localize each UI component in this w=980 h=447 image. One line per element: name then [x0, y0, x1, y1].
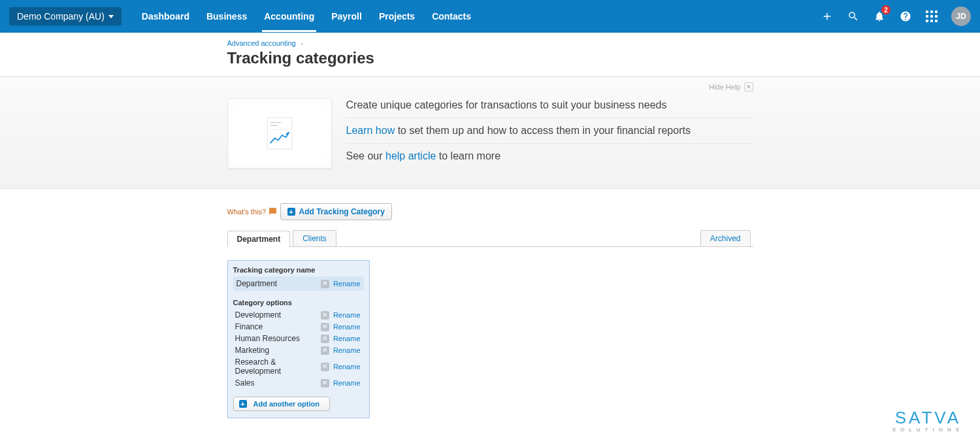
org-name: Demo Company (AU) [17, 11, 105, 22]
options-label: Category options [233, 299, 364, 306]
nav-payroll[interactable]: Payroll [323, 1, 370, 32]
notifications-icon[interactable]: 2 [873, 10, 886, 23]
help-icon[interactable] [899, 10, 912, 23]
notification-badge: 2 [881, 5, 890, 14]
delete-icon[interactable]: ✕ [321, 363, 329, 371]
help-line-3: See our help article to learn more [346, 144, 753, 162]
nav-dashboard[interactable]: Dashboard [133, 1, 198, 32]
delete-icon[interactable]: ✕ [321, 311, 329, 320]
rename-category-link[interactable]: Rename [333, 280, 361, 288]
option-name: Research & Development [235, 357, 321, 376]
delete-icon[interactable]: ✕ [321, 346, 329, 355]
option-row: Human Resources✕Rename [233, 333, 364, 344]
rename-option-link[interactable]: Rename [333, 346, 361, 354]
close-icon: ✕ [744, 82, 753, 91]
page-title: Tracking categories [227, 49, 753, 67]
nav-business[interactable]: Business [198, 1, 255, 32]
option-name: Development [235, 310, 321, 320]
title-section: Advanced accounting › Tracking categorie… [0, 33, 980, 77]
chevron-down-icon [108, 15, 114, 18]
tabs: Department Clients Archived [227, 230, 753, 247]
help-line-1: Create unique categories for transaction… [346, 99, 753, 118]
breadcrumb-link[interactable]: Advanced accounting [227, 39, 296, 47]
rename-option-link[interactable]: Rename [333, 379, 361, 387]
avatar[interactable]: JD [951, 7, 971, 26]
option-row: Finance✕Rename [233, 321, 364, 333]
nav-accounting[interactable]: Accounting [255, 1, 323, 32]
rename-option-link[interactable]: Rename [333, 363, 361, 371]
delete-icon[interactable]: ✕ [321, 280, 329, 288]
option-row: Sales✕Rename [233, 377, 364, 389]
delete-icon[interactable]: ✕ [321, 323, 329, 331]
nav-contacts[interactable]: Contacts [423, 1, 480, 32]
watermark: SATVA SOLUTIONS [892, 408, 964, 433]
whats-this-link[interactable]: What's this? [227, 207, 278, 216]
option-name: Finance [235, 322, 321, 331]
breadcrumb: Advanced accounting › [227, 39, 753, 47]
chevron-right-icon: › [301, 40, 303, 47]
add-option-button[interactable]: + Add another option [233, 397, 330, 411]
rename-option-link[interactable]: Rename [333, 323, 361, 331]
option-name: Marketing [235, 346, 321, 355]
learn-how-link[interactable]: Learn how [346, 125, 395, 136]
main-nav: Dashboard Business Accounting Payroll Pr… [133, 1, 480, 32]
option-row: Research & Development✕Rename [233, 356, 364, 377]
option-name: Human Resources [235, 334, 321, 343]
rename-option-link[interactable]: Rename [333, 335, 361, 342]
nav-projects[interactable]: Projects [370, 1, 423, 32]
help-line-2: Learn how to set them up and how to acce… [346, 118, 753, 144]
category-name: Department [237, 279, 321, 288]
add-tracking-category-button[interactable]: + Add Tracking Category [280, 203, 392, 220]
option-row: Marketing✕Rename [233, 344, 364, 356]
option-name: Sales [235, 378, 321, 388]
delete-icon[interactable]: ✕ [321, 335, 329, 343]
apps-icon[interactable] [925, 10, 938, 23]
plus-icon: + [239, 400, 247, 408]
category-panel: Tracking category name Department ✕ Rena… [227, 260, 370, 418]
plus-icon: + [287, 208, 295, 216]
search-icon[interactable] [847, 10, 860, 23]
help-illustration [227, 98, 332, 169]
hide-help-label: Hide Help [709, 83, 740, 91]
main-content: What's this? + Add Tracking Category Dep… [0, 189, 980, 444]
hide-help-button[interactable]: Hide Help ✕ [709, 82, 753, 91]
category-name-row: Department ✕ Rename [233, 276, 364, 291]
rename-option-link[interactable]: Rename [333, 311, 361, 319]
option-row: Development✕Rename [233, 309, 364, 321]
add-icon[interactable] [821, 10, 834, 23]
tab-archived[interactable]: Archived [700, 230, 751, 246]
tab-clients[interactable]: Clients [293, 230, 336, 246]
speech-bubble-icon [269, 207, 277, 216]
top-header: Demo Company (AU) Dashboard Business Acc… [0, 0, 980, 33]
delete-icon[interactable]: ✕ [321, 379, 329, 388]
help-area: Hide Help ✕ Create unique categories for… [0, 77, 980, 189]
tracking-name-label: Tracking category name [233, 266, 364, 274]
help-article-link[interactable]: help article [385, 150, 436, 161]
help-text: Create unique categories for transaction… [346, 98, 753, 162]
header-actions: 2 JD [821, 7, 971, 26]
tab-department[interactable]: Department [227, 231, 291, 247]
org-selector[interactable]: Demo Company (AU) [9, 7, 122, 25]
